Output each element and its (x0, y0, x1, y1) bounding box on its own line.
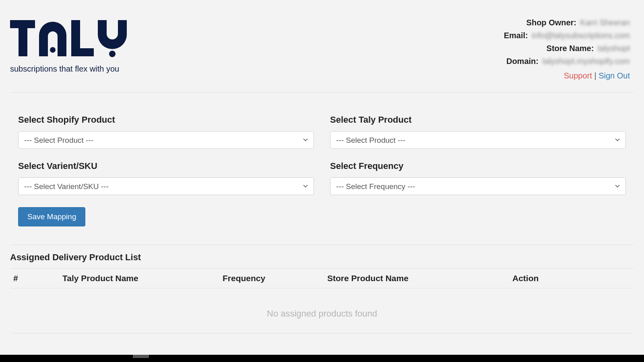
table-empty-row: No assigned products found (10, 288, 634, 333)
table-header-row: # Taly Product Name Frequency Store Prod… (10, 269, 634, 288)
svg-point-2 (50, 47, 56, 53)
shop-owner-label: Shop Owner: (526, 18, 576, 27)
assigned-list-title: Assigned Delivery Product List (10, 252, 634, 268)
col-action-header: Action (509, 269, 634, 288)
svg-point-5 (109, 51, 116, 57)
variant-label: Select Varient/SKU (18, 161, 314, 171)
email-row: Email: info@talysubscriptions.com (504, 29, 630, 42)
header-links: Support | Sign Out (504, 69, 630, 82)
frequency-select[interactable]: --- Select Frequency --- (330, 177, 626, 195)
shop-info-panel: Shop Owner: Karri Sheeran Email: info@ta… (504, 8, 634, 82)
assigned-list-section: Assigned Delivery Product List # Taly Pr… (10, 245, 634, 333)
empty-message: No assigned products found (10, 288, 634, 333)
brand-tagline: subscriptions that flex with you (10, 64, 131, 74)
variant-select[interactable]: --- Select Varient/SKU --- (18, 177, 314, 195)
col-num-header: # (10, 269, 34, 288)
taly-product-group: Select Taly Product --- Select Product -… (330, 115, 626, 149)
logo-block: subscriptions that flex with you (10, 8, 131, 74)
brand-logo (10, 20, 131, 57)
frequency-group: Select Frequency --- Select Frequency --… (330, 161, 626, 195)
taly-product-select[interactable]: --- Select Product --- (330, 131, 626, 149)
header: subscriptions that flex with you Shop Ow… (10, 8, 634, 93)
frequency-label: Select Frequency (330, 161, 626, 171)
shopify-product-label: Select Shopify Product (18, 115, 314, 125)
assigned-table: # Taly Product Name Frequency Store Prod… (10, 268, 634, 333)
domain-row: Domain: talyshopt.myshopify.com (504, 55, 630, 68)
email-label: Email: (504, 31, 528, 40)
shop-owner-value: Karri Sheeran (580, 18, 630, 27)
signout-link[interactable]: Sign Out (599, 71, 630, 80)
taly-product-label: Select Taly Product (330, 115, 626, 125)
svg-rect-4 (71, 48, 94, 56)
variant-group: Select Varient/SKU --- Select Varient/SK… (18, 161, 314, 195)
col-frequency-header: Frequency (219, 269, 324, 288)
store-name-value: talyshopt (598, 44, 630, 53)
shopify-product-select[interactable]: --- Select Product --- (18, 131, 314, 149)
mapping-form: Select Shopify Product --- Select Produc… (10, 93, 634, 245)
store-name-label: Store Name: (547, 44, 594, 53)
domain-label: Domain: (506, 57, 539, 66)
button-row: Save Mapping (18, 207, 626, 226)
save-mapping-button[interactable]: Save Mapping (18, 207, 85, 226)
svg-rect-1 (19, 20, 27, 56)
shopify-product-group: Select Shopify Product --- Select Produc… (18, 115, 314, 149)
footer-bar (0, 355, 644, 362)
separator: | (594, 71, 599, 80)
store-name-row: Store Name: talyshopt (504, 42, 630, 55)
domain-value: talyshopt.myshopify.com (543, 57, 630, 66)
col-store-name-header: Store Product Name (324, 269, 509, 288)
support-link[interactable]: Support (564, 71, 592, 80)
col-taly-name-header: Taly Product Name (34, 269, 219, 288)
shop-owner-row: Shop Owner: Karri Sheeran (504, 16, 630, 29)
email-value: info@talysubscriptions.com (532, 31, 630, 40)
